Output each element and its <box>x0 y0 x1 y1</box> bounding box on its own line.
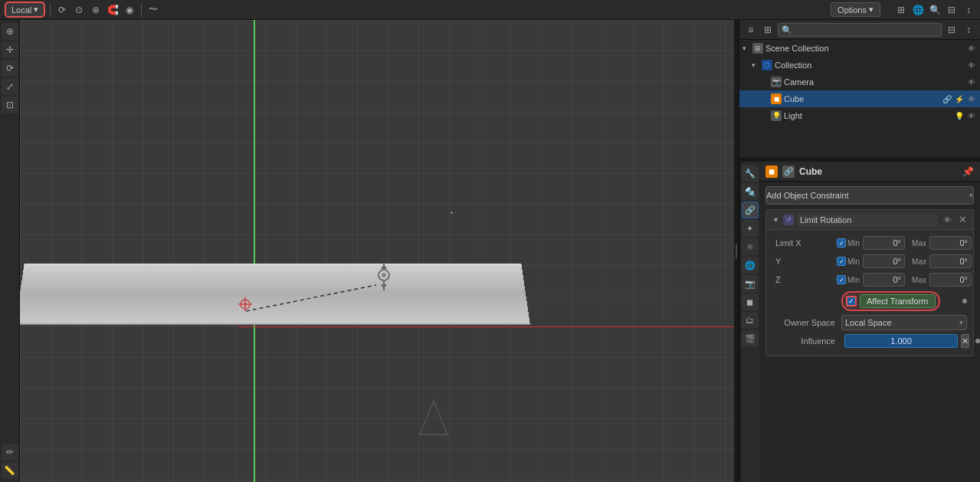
z-max-label: Max <box>908 276 926 284</box>
limit-x-fields: Min Max <box>841 236 972 250</box>
y-max-input[interactable] <box>929 254 972 268</box>
limit-z-label: Z <box>772 275 834 284</box>
outliner-menu-icon[interactable]: ≡ <box>744 23 758 37</box>
cube-restrict-icons: 🔗 ⚡ 👁 <box>942 93 977 104</box>
light-icon: 💡 <box>771 110 782 121</box>
limit-rotation-icon: ↺ <box>783 215 794 225</box>
scene-restrict-icons: 👁 <box>966 43 977 54</box>
cube-constraint-icon[interactable]: 🔗 <box>942 93 952 104</box>
collection-icon: ⬡ <box>762 60 772 70</box>
search-icon[interactable]: 🔍 <box>928 3 942 17</box>
move-gizmo[interactable] <box>372 261 395 292</box>
outliner-item-scene-collection[interactable]: ▾ ⊞ Scene Collection 👁 <box>739 40 980 57</box>
influence-input[interactable] <box>844 334 958 348</box>
render-icon[interactable]: 📷 <box>742 275 759 292</box>
limit-y-fields: Min Max <box>841 254 972 268</box>
extra-icon-1[interactable]: 〜 <box>146 3 160 17</box>
transform-tool-icon[interactable]: ⊡ <box>2 97 18 113</box>
tree-arrow: ▾ <box>752 61 759 69</box>
constraint-header: ▾ ↺ 👁 ✕ <box>766 210 973 230</box>
measure-icon[interactable]: 📏 <box>2 462 18 479</box>
viewport-shading-icon[interactable]: ⟳ <box>55 3 69 17</box>
proportional-icon[interactable]: ◉ <box>123 3 136 17</box>
output-icon[interactable]: ◼ <box>742 293 759 310</box>
owner-space-select[interactable]: Local Space ▾ <box>841 315 967 330</box>
cube-eye[interactable]: 👁 <box>966 93 977 104</box>
camera-name: Camera <box>784 77 964 87</box>
outliner-search[interactable] <box>778 23 942 37</box>
triangle-object <box>418 399 449 440</box>
influence-row: Influence ✕ <box>772 333 967 349</box>
modifier-icon[interactable]: 🔩 <box>742 183 759 200</box>
visibility-eye[interactable]: 👁 <box>966 43 977 54</box>
mode-selector[interactable]: Local ▾ <box>5 2 45 18</box>
cube-extra-icon[interactable]: ⚡ <box>954 93 965 104</box>
constraint-name-input[interactable] <box>797 213 938 227</box>
particle-icon[interactable]: ✦ <box>742 220 759 237</box>
object-constraint-icon[interactable]: 🔗 <box>742 202 759 218</box>
affect-transform-checkbox[interactable] <box>846 296 857 307</box>
outliner-filter-icon[interactable]: ⊟ <box>945 23 959 37</box>
x-min-input[interactable] <box>863 236 905 250</box>
influence-label: Influence <box>772 336 841 346</box>
cube-name: Cube <box>784 94 939 103</box>
annotate-icon[interactable]: ✏ <box>2 444 18 461</box>
light-eye[interactable]: 👁 <box>966 110 977 121</box>
scale-tool-icon[interactable]: ⤢ <box>2 78 18 95</box>
svg-marker-11 <box>420 401 447 434</box>
move-tool-icon[interactable]: ✛ <box>2 41 18 58</box>
options-label: Options <box>837 5 867 15</box>
y-axis-line <box>254 20 255 482</box>
gizmo-icon[interactable]: ⊕ <box>89 3 103 17</box>
toolbar-separator-1 <box>50 3 51 17</box>
scene-icon[interactable]: 🌐 <box>911 3 925 17</box>
light-extra[interactable]: 💡 <box>954 110 965 121</box>
filter-icon[interactable]: ⊟ <box>945 3 959 17</box>
workspace-icon[interactable]: ⊞ <box>894 3 908 17</box>
triangle-svg <box>418 399 449 438</box>
rotate-tool-icon[interactable]: ⟳ <box>2 60 18 77</box>
physics-icon[interactable]: ⚛ <box>742 238 759 255</box>
constraint-close-button[interactable]: ✕ <box>956 214 969 226</box>
scene-collection-name: Scene Collection <box>765 44 964 53</box>
constraint-fold-arrow[interactable]: ▾ <box>771 215 780 225</box>
snap-icon[interactable]: 🧲 <box>106 3 120 17</box>
outliner-item-camera[interactable]: 📷 Camera 👁 <box>739 74 980 90</box>
object-data-icon[interactable]: 🔧 <box>742 165 759 182</box>
limit-x-label: Limit X <box>772 238 834 248</box>
outliner-item-light[interactable]: 💡 Light 💡 👁 <box>739 107 980 124</box>
x-min-label: Min <box>841 239 860 248</box>
select-tool-icon[interactable]: ⊕ <box>2 23 18 40</box>
camera-eye[interactable]: 👁 <box>966 77 977 87</box>
collection-eye[interactable]: 👁 <box>966 60 977 70</box>
dropdown-arrow: ▾ <box>969 192 973 199</box>
overlay-icon[interactable]: ⊙ <box>72 3 86 17</box>
3d-viewport[interactable] <box>20 20 734 482</box>
cube-object-mesh[interactable] <box>20 264 530 325</box>
mode-arrow: ▾ <box>34 5 38 15</box>
y-min-input[interactable] <box>863 254 905 268</box>
tree-arrow: ▾ <box>742 44 750 52</box>
scene-icon-side[interactable]: 🎬 <box>742 330 759 347</box>
z-min-input[interactable] <box>863 273 905 287</box>
collection-name: Collection <box>775 61 964 70</box>
add-constraint-button[interactable]: Add Object Constraint ▾ <box>765 186 974 205</box>
scene-props-icon[interactable]: 🌐 <box>742 257 759 274</box>
sync-icon[interactable]: ↕ <box>962 3 975 17</box>
top-toolbar: Local ▾ ⟳ ⊙ ⊕ 🧲 ◉ 〜 Options ▾ ⊞ 🌐 🔍 ⊟ ↕ <box>0 0 980 20</box>
outliner-item-cube[interactable]: ◼ Cube 🔗 ⚡ 👁 <box>739 90 980 107</box>
x-max-input[interactable] <box>929 236 972 250</box>
outliner-view-icon[interactable]: ⊞ <box>761 23 775 37</box>
svg-marker-6 <box>381 284 387 289</box>
viewport-container: ⊕ ✛ ⟳ ⤢ ⊡ ✏ 📏 <box>0 20 739 482</box>
constraint-visibility-toggle[interactable]: 👁 <box>941 214 953 226</box>
influence-x-button[interactable]: ✕ <box>961 334 969 348</box>
outliner-sync-icon[interactable]: ↕ <box>962 23 975 37</box>
limit-y-label: Y <box>772 257 834 266</box>
z-max-input[interactable] <box>929 273 972 287</box>
object-origin[interactable] <box>237 296 254 313</box>
options-button[interactable]: Options ▾ <box>831 2 880 17</box>
outliner-item-collection[interactable]: ▾ ⬡ Collection 👁 <box>739 57 980 74</box>
view-layer-icon[interactable]: 🗂 <box>742 312 759 329</box>
pin-icon[interactable]: 📌 <box>962 166 974 177</box>
